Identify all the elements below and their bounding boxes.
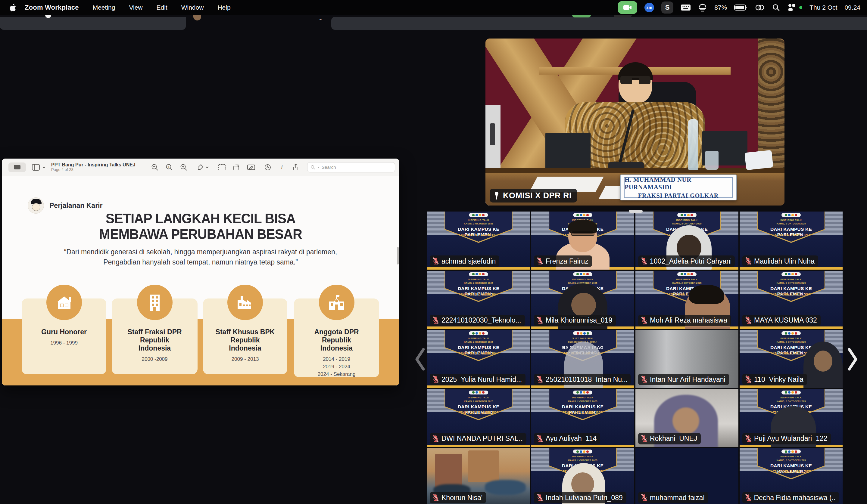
menu-bar-date[interactable]: Thu 2 Oct — [810, 4, 837, 11]
menu-item-view[interactable]: View — [129, 4, 142, 11]
menu-bar-time[interactable]: 09.24 — [844, 4, 860, 11]
speaker-video-tile[interactable]: H. MUHAMMAD NUR PURNAMASIDI FRAKSI PARTA… — [485, 39, 784, 206]
document-title: PPT Bang Pur - Inspiring Talks UNEJ — [51, 162, 136, 167]
page-indicator: Page 4 of 28 — [51, 167, 136, 172]
zoom-in-icon[interactable] — [180, 163, 188, 171]
banner-text: INSPIRING TALK — [445, 396, 513, 399]
banner-text: INSPIRING TALK — [653, 278, 721, 281]
selection-icon[interactable] — [218, 164, 226, 171]
participant-person — [673, 407, 699, 434]
mic-off-icon — [745, 316, 752, 325]
menu-item-help[interactable]: Help — [217, 4, 231, 11]
participant-tile[interactable]: INSPIRING TALKKAMIS, 2 OKTOBER 2025DARI … — [635, 271, 738, 329]
career-card: Guru Honorer1996 - 1999 — [22, 298, 106, 374]
camera-icon[interactable] — [618, 1, 637, 14]
tissue-box — [745, 150, 773, 170]
highlight-button[interactable] — [197, 164, 209, 171]
banner-logos — [573, 213, 592, 217]
slide-canvas[interactable]: Perjalanan Karir SETIAP LANGKAH KECIL BI… — [2, 176, 399, 385]
preview-toolbar: PPT Bang Pur - Inspiring Talks UNEJ Page… — [2, 158, 399, 176]
mic-off-icon — [536, 257, 544, 265]
participant-tile[interactable]: Rokhani_UNEJ — [635, 389, 738, 447]
banner-text: KAMIS, 2 OKTOBER 2025 — [445, 400, 513, 403]
participant-tile[interactable]: INSPIRING TALKKAMIS, 2 OKTOBER 2025DARI … — [531, 211, 634, 270]
gallery-next-button[interactable] — [847, 348, 859, 371]
card-title: Guru Honorer — [22, 328, 106, 336]
participant-name: Puji Ayu Wulandari_122 — [754, 435, 827, 442]
user-switch-icon[interactable] — [787, 3, 796, 12]
info-icon[interactable]: i — [278, 163, 286, 171]
menu-item-window[interactable]: Window — [181, 4, 204, 11]
lens-icon[interactable] — [264, 163, 272, 171]
background-tab-right[interactable] — [331, 17, 867, 30]
actual-size-icon[interactable]: 1 — [165, 163, 173, 171]
participant-name: MAYA KUSUMA 032 — [754, 316, 817, 324]
banner-text: INSPIRING TALK — [757, 396, 825, 399]
participant-tile[interactable]: muhammad faizal — [635, 448, 738, 504]
s-app-icon[interactable]: S — [661, 1, 673, 13]
school-icon — [319, 285, 354, 320]
participant-name: Frenza Fairuz — [546, 257, 588, 265]
markup-icon[interactable] — [247, 164, 255, 171]
banner-logos — [781, 450, 801, 453]
banner-logos — [677, 272, 697, 276]
participant-tile[interactable]: INSPIRING TALKKAMIS, 2 OKTOBER 2025DARI … — [427, 271, 530, 329]
participant-name: Maulidah Ulin Nuha — [754, 257, 815, 265]
participant-tile[interactable]: INSPIRING TALKKAMIS, 2 OKTOBER 2025DARI … — [427, 389, 530, 447]
banner-logos — [781, 213, 801, 217]
share-icon[interactable] — [292, 163, 299, 171]
rotate-icon[interactable] — [233, 164, 240, 171]
search-field[interactable]: Search — [307, 162, 395, 173]
gallery-previous-button[interactable] — [414, 348, 426, 371]
banner-logos — [781, 391, 801, 394]
participant-tile[interactable]: INSPIRING TALKKAMIS, 2 OKTOBER 2025DARI … — [531, 389, 634, 447]
participant-tile[interactable]: INSPIRING TALKKAMIS, 2 OKTOBER 2025DARI … — [427, 330, 530, 388]
participant-name-label: Maulidah Ulin Nuha — [742, 255, 818, 267]
participant-name-label: Indah Lutviana Putri_089 — [534, 492, 627, 503]
participant-person — [485, 480, 526, 495]
background-tab-left[interactable] — [0, 17, 186, 30]
banner-text: INSPIRING TALK — [549, 337, 617, 340]
banner-text: INSPIRING TALK — [757, 278, 825, 281]
participant-tile[interactable]: INSPIRING TALKKAMIS, 2 OKTOBER 2025DARI … — [427, 211, 530, 270]
menu-bar: Zoom Workplace MeetingViewEditWindowHelp… — [0, 0, 867, 15]
participant-tile[interactable]: INSPIRING TALKKAMIS, 2 OKTOBER 2025DARI … — [740, 389, 843, 447]
mic-off-icon — [745, 493, 752, 502]
participant-tile[interactable]: INSPIRING TALKKAMIS, 2 OKTOBER 2025DARI … — [740, 211, 843, 270]
gallery-drag-handle[interactable] — [629, 210, 643, 213]
banner-text: INSPIRING TALK — [757, 337, 825, 340]
participant-tile[interactable]: Intan Nur Arif Handayani — [635, 330, 738, 388]
participant-tile[interactable]: Khoirun Nisa' — [427, 448, 530, 504]
participant-tile[interactable]: INSPIRING TALKKAMIS, 2 OKTOBER 2025DARI … — [531, 448, 634, 504]
participant-person — [468, 450, 499, 482]
slide-title-line1: SETIAP LANGKAH KECIL BISA — [14, 210, 388, 227]
participant-tile[interactable]: INSPIRING TALKKAMIS, 2 OKTOBER 2025DARI … — [531, 271, 634, 329]
dome-icon[interactable] — [698, 3, 707, 12]
participant-tile[interactable]: INSPIRING TALKKAMIS, 2 OKTOBER 2025DARI … — [740, 271, 843, 329]
banner-text: KAMIS, 2 OKTOBER 2025 — [653, 282, 721, 284]
participant-tile[interactable]: INSPIRING TALKKAMIS, 2 OKTOBER 2025DARI … — [740, 330, 843, 388]
menu-item-meeting[interactable]: Meeting — [93, 4, 115, 11]
mic-off-icon — [536, 435, 544, 443]
banner-logos — [677, 213, 697, 217]
participant-name-label: Khoirun Nisa' — [430, 492, 486, 503]
present-button[interactable] — [9, 163, 26, 172]
zoom-out-icon[interactable] — [151, 163, 159, 171]
participant-tile[interactable]: INSPIRING TALKKAMIS, 2 OKTOBER 2025DARI … — [635, 211, 738, 270]
banner-logos — [469, 272, 488, 276]
mic-off-icon — [432, 316, 439, 325]
apple-menu[interactable] — [10, 4, 16, 11]
banner-text: INSPIRING TALK — [653, 219, 721, 221]
participant-name: Moh Ali Reza mahasiswa — [650, 316, 727, 324]
keyboard-icon[interactable] — [681, 4, 691, 11]
active-app-name[interactable]: Zoom Workplace — [25, 4, 79, 11]
banner-text: INSPIRING TALK — [549, 455, 617, 458]
participant-tile[interactable]: INSPIRING TALKKAMIS, 2 OKTOBER 2025DARI … — [740, 448, 843, 504]
zoom-app-icon[interactable]: zm — [644, 3, 654, 12]
menu-item-edit[interactable]: Edit — [157, 4, 168, 11]
participant-tile[interactable]: INSPIRING TALKKAMIS, 2 OKTOBER 2025DARI … — [531, 330, 634, 388]
sidebar-toggle-button[interactable] — [32, 164, 46, 171]
link-icon[interactable] — [755, 4, 765, 11]
search-icon[interactable] — [772, 4, 780, 11]
scrollbar-thumb[interactable] — [397, 247, 399, 264]
